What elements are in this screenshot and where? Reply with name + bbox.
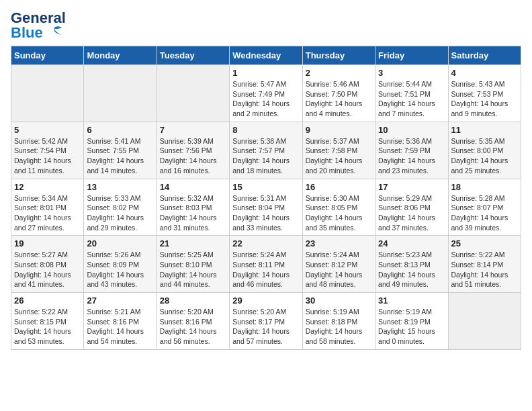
calendar-table: SundayMondayTuesdayWednesdayThursdayFrid… bbox=[11, 46, 521, 350]
logo: General Blue bbox=[11, 11, 66, 40]
calendar-day-29: 29Sunrise: 5:20 AM Sunset: 8:17 PM Dayli… bbox=[230, 293, 302, 350]
calendar-week-row: 1Sunrise: 5:47 AM Sunset: 7:49 PM Daylig… bbox=[11, 65, 521, 122]
calendar-day-20: 20Sunrise: 5:26 AM Sunset: 8:09 PM Dayli… bbox=[84, 236, 157, 293]
logo-bird-icon bbox=[44, 26, 63, 40]
weekday-header-row: SundayMondayTuesdayWednesdayThursdayFrid… bbox=[11, 46, 521, 65]
day-info: Sunrise: 5:36 AM Sunset: 7:59 PM Dayligh… bbox=[378, 136, 445, 176]
calendar-day-2: 2Sunrise: 5:46 AM Sunset: 7:50 PM Daylig… bbox=[302, 65, 375, 122]
day-number: 16 bbox=[306, 182, 372, 192]
day-info: Sunrise: 5:20 AM Sunset: 8:16 PM Dayligh… bbox=[160, 307, 226, 347]
calendar-day-27: 27Sunrise: 5:21 AM Sunset: 8:16 PM Dayli… bbox=[84, 293, 157, 350]
day-info: Sunrise: 5:37 AM Sunset: 7:58 PM Dayligh… bbox=[306, 136, 372, 176]
weekday-header-friday: Friday bbox=[375, 46, 448, 65]
weekday-header-saturday: Saturday bbox=[448, 46, 521, 65]
day-number: 6 bbox=[87, 125, 153, 135]
day-info: Sunrise: 5:19 AM Sunset: 8:19 PM Dayligh… bbox=[378, 307, 445, 347]
calendar-day-empty bbox=[84, 65, 157, 122]
day-number: 19 bbox=[14, 238, 81, 248]
calendar-week-row: 19Sunrise: 5:27 AM Sunset: 8:08 PM Dayli… bbox=[11, 236, 521, 293]
calendar-day-12: 12Sunrise: 5:34 AM Sunset: 8:01 PM Dayli… bbox=[11, 179, 84, 236]
day-info: Sunrise: 5:19 AM Sunset: 8:18 PM Dayligh… bbox=[306, 307, 372, 347]
calendar-day-19: 19Sunrise: 5:27 AM Sunset: 8:08 PM Dayli… bbox=[11, 236, 84, 293]
page-header: General Blue bbox=[11, 11, 521, 40]
day-info: Sunrise: 5:20 AM Sunset: 8:17 PM Dayligh… bbox=[232, 307, 299, 347]
weekday-header-monday: Monday bbox=[84, 46, 157, 65]
day-number: 23 bbox=[306, 238, 372, 248]
calendar-day-9: 9Sunrise: 5:37 AM Sunset: 7:58 PM Daylig… bbox=[302, 122, 375, 179]
calendar-day-17: 17Sunrise: 5:29 AM Sunset: 8:06 PM Dayli… bbox=[375, 179, 448, 236]
day-number: 1 bbox=[232, 68, 299, 78]
day-info: Sunrise: 5:25 AM Sunset: 8:10 PM Dayligh… bbox=[160, 250, 226, 289]
day-info: Sunrise: 5:42 AM Sunset: 7:54 PM Dayligh… bbox=[14, 136, 81, 176]
day-number: 20 bbox=[87, 238, 153, 248]
day-number: 4 bbox=[451, 68, 518, 78]
calendar-day-22: 22Sunrise: 5:24 AM Sunset: 8:11 PM Dayli… bbox=[230, 236, 302, 293]
calendar-day-6: 6Sunrise: 5:41 AM Sunset: 7:55 PM Daylig… bbox=[84, 122, 157, 179]
day-number: 14 bbox=[160, 182, 226, 192]
day-info: Sunrise: 5:24 AM Sunset: 8:11 PM Dayligh… bbox=[232, 250, 299, 289]
day-number: 7 bbox=[160, 125, 226, 135]
day-number: 25 bbox=[451, 238, 518, 248]
calendar-day-1: 1Sunrise: 5:47 AM Sunset: 7:49 PM Daylig… bbox=[230, 65, 302, 122]
day-info: Sunrise: 5:24 AM Sunset: 8:12 PM Dayligh… bbox=[306, 250, 372, 289]
logo-general: General bbox=[11, 11, 66, 26]
day-info: Sunrise: 5:32 AM Sunset: 8:03 PM Dayligh… bbox=[160, 193, 226, 233]
calendar-day-28: 28Sunrise: 5:20 AM Sunset: 8:16 PM Dayli… bbox=[157, 293, 229, 350]
day-info: Sunrise: 5:34 AM Sunset: 8:01 PM Dayligh… bbox=[14, 193, 81, 233]
day-number: 27 bbox=[87, 295, 153, 306]
day-info: Sunrise: 5:22 AM Sunset: 8:14 PM Dayligh… bbox=[451, 250, 518, 289]
day-info: Sunrise: 5:26 AM Sunset: 8:09 PM Dayligh… bbox=[87, 250, 153, 289]
day-info: Sunrise: 5:22 AM Sunset: 8:15 PM Dayligh… bbox=[14, 307, 81, 347]
calendar-day-24: 24Sunrise: 5:23 AM Sunset: 8:13 PM Dayli… bbox=[375, 236, 448, 293]
day-number: 29 bbox=[232, 295, 299, 306]
calendar-day-30: 30Sunrise: 5:19 AM Sunset: 8:18 PM Dayli… bbox=[302, 293, 375, 350]
day-number: 18 bbox=[451, 182, 518, 192]
calendar-day-26: 26Sunrise: 5:22 AM Sunset: 8:15 PM Dayli… bbox=[11, 293, 84, 350]
calendar-day-18: 18Sunrise: 5:28 AM Sunset: 8:07 PM Dayli… bbox=[448, 179, 521, 236]
day-info: Sunrise: 5:29 AM Sunset: 8:06 PM Dayligh… bbox=[378, 193, 445, 233]
day-info: Sunrise: 5:21 AM Sunset: 8:16 PM Dayligh… bbox=[87, 307, 153, 347]
day-number: 3 bbox=[378, 68, 445, 78]
calendar-day-3: 3Sunrise: 5:44 AM Sunset: 7:51 PM Daylig… bbox=[375, 65, 448, 122]
weekday-header-tuesday: Tuesday bbox=[157, 46, 229, 65]
day-number: 31 bbox=[378, 295, 445, 306]
calendar-day-4: 4Sunrise: 5:43 AM Sunset: 7:53 PM Daylig… bbox=[448, 65, 521, 122]
day-number: 22 bbox=[232, 238, 299, 248]
day-number: 8 bbox=[232, 125, 299, 135]
day-number: 12 bbox=[14, 182, 81, 192]
day-number: 26 bbox=[14, 295, 81, 306]
calendar-day-23: 23Sunrise: 5:24 AM Sunset: 8:12 PM Dayli… bbox=[302, 236, 375, 293]
calendar-day-15: 15Sunrise: 5:31 AM Sunset: 8:04 PM Dayli… bbox=[230, 179, 302, 236]
day-info: Sunrise: 5:30 AM Sunset: 8:05 PM Dayligh… bbox=[306, 193, 372, 233]
calendar-day-10: 10Sunrise: 5:36 AM Sunset: 7:59 PM Dayli… bbox=[375, 122, 448, 179]
calendar-day-empty bbox=[157, 65, 229, 122]
calendar-day-25: 25Sunrise: 5:22 AM Sunset: 8:14 PM Dayli… bbox=[448, 236, 521, 293]
day-info: Sunrise: 5:28 AM Sunset: 8:07 PM Dayligh… bbox=[451, 193, 518, 233]
day-number: 2 bbox=[306, 68, 372, 78]
calendar-day-21: 21Sunrise: 5:25 AM Sunset: 8:10 PM Dayli… bbox=[157, 236, 229, 293]
day-number: 28 bbox=[160, 295, 226, 306]
calendar-day-16: 16Sunrise: 5:30 AM Sunset: 8:05 PM Dayli… bbox=[302, 179, 375, 236]
calendar-day-empty bbox=[448, 293, 521, 350]
day-info: Sunrise: 5:33 AM Sunset: 8:02 PM Dayligh… bbox=[87, 193, 153, 233]
logo-image: General Blue bbox=[11, 11, 66, 40]
day-number: 30 bbox=[306, 295, 372, 306]
day-info: Sunrise: 5:46 AM Sunset: 7:50 PM Dayligh… bbox=[306, 79, 372, 119]
day-number: 13 bbox=[87, 182, 153, 192]
calendar-day-7: 7Sunrise: 5:39 AM Sunset: 7:56 PM Daylig… bbox=[157, 122, 229, 179]
calendar-day-5: 5Sunrise: 5:42 AM Sunset: 7:54 PM Daylig… bbox=[11, 122, 84, 179]
day-number: 9 bbox=[306, 125, 372, 135]
calendar-week-row: 5Sunrise: 5:42 AM Sunset: 7:54 PM Daylig… bbox=[11, 122, 521, 179]
weekday-header-wednesday: Wednesday bbox=[230, 46, 302, 65]
day-number: 17 bbox=[378, 182, 445, 192]
calendar-week-row: 26Sunrise: 5:22 AM Sunset: 8:15 PM Dayli… bbox=[11, 293, 521, 350]
calendar-day-8: 8Sunrise: 5:38 AM Sunset: 7:57 PM Daylig… bbox=[230, 122, 302, 179]
day-info: Sunrise: 5:47 AM Sunset: 7:49 PM Dayligh… bbox=[232, 79, 299, 119]
day-number: 15 bbox=[232, 182, 299, 192]
calendar-day-31: 31Sunrise: 5:19 AM Sunset: 8:19 PM Dayli… bbox=[375, 293, 448, 350]
calendar-week-row: 12Sunrise: 5:34 AM Sunset: 8:01 PM Dayli… bbox=[11, 179, 521, 236]
logo-blue: Blue bbox=[11, 26, 43, 40]
weekday-header-thursday: Thursday bbox=[302, 46, 375, 65]
day-info: Sunrise: 5:41 AM Sunset: 7:55 PM Dayligh… bbox=[87, 136, 153, 176]
calendar-day-11: 11Sunrise: 5:35 AM Sunset: 8:00 PM Dayli… bbox=[448, 122, 521, 179]
